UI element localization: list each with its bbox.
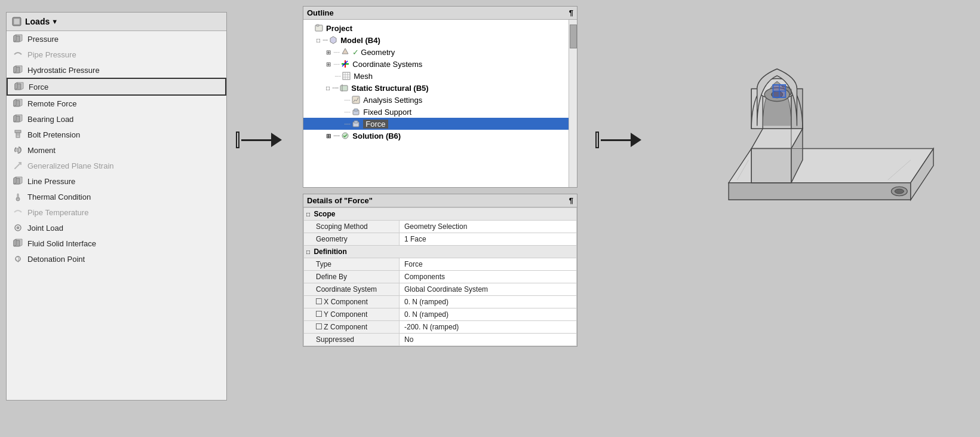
menu-item-fluid-solid-interface[interactable]: Fluid Solid Interface	[7, 236, 226, 251]
tree-item-static-structural[interactable]: □·····Static Structural (B5)	[303, 82, 569, 94]
details-value: Components	[400, 271, 577, 283]
moment-label: Moment	[27, 146, 56, 155]
static-structural-tree-label: Static Structural (B5)	[351, 84, 428, 93]
menu-item-generalized-plane-strain[interactable]: Generalized Plane Strain	[7, 158, 226, 173]
project-tree-label: Project	[326, 24, 352, 33]
tree-item-solution-b6[interactable]: ⊞·····Solution (B6)	[303, 130, 569, 142]
tree-toggle-model-b4[interactable]: □	[317, 37, 320, 44]
details-row: TypeForce	[304, 258, 577, 271]
svg-rect-47	[340, 85, 348, 91]
tree-item-analysis-settings[interactable]: ·····Analysis Settings	[303, 94, 569, 106]
detonation-point-label: Detonation Point	[27, 255, 85, 264]
tree-item-mesh[interactable]: ·····Mesh	[303, 70, 569, 82]
menu-item-joint-load[interactable]: Joint Load	[7, 220, 226, 236]
tree-item-fixed-support[interactable]: ·····Fixed Support	[303, 106, 569, 118]
loads-menu: PressurePipe PressureHydrostatic Pressur…	[7, 31, 226, 267]
left-arrow-bracket	[236, 132, 239, 148]
line-pressure-label: Line Pressure	[27, 177, 75, 186]
tree-toggle-geometry[interactable]: ⊞	[326, 49, 331, 56]
right-arrow-head	[631, 133, 641, 147]
remote-force-icon	[13, 98, 23, 109]
details-row: Geometry1 Face	[304, 233, 577, 246]
coordinate-systems-tree-label: Coordinate Systems	[352, 60, 422, 69]
svg-rect-27	[17, 194, 19, 198]
row-checkbox[interactable]	[316, 311, 322, 317]
section-toggle-definition[interactable]: □	[306, 249, 310, 255]
svg-marker-16	[14, 115, 16, 122]
details-row: SuppressedNo	[304, 334, 577, 346]
svg-rect-36	[317, 25, 319, 26]
tree-toggle-static-structural[interactable]: □	[326, 85, 330, 91]
details-row: Define ByComponents	[304, 271, 577, 283]
coordinate-systems-tree-icon	[340, 59, 350, 69]
fixed-support-tree-label: Fixed Support	[363, 108, 411, 117]
menu-item-pipe-pressure[interactable]: Pipe Pressure	[7, 47, 226, 62]
menu-item-bolt-pretension[interactable]: Bolt Pretension	[7, 127, 226, 142]
menu-item-remote-force[interactable]: Remote Force	[7, 96, 226, 111]
section-header-definition[interactable]: □ Definition	[304, 246, 577, 258]
tree-toggle-coordinate-systems[interactable]: ⊞	[326, 61, 331, 68]
left-arrow-shaft	[241, 139, 271, 141]
outline-tree-area: Project□····Model (B4)⊞·····✓Geometry⊞··…	[303, 20, 569, 187]
outline-tree: Project□····Model (B4)⊞·····✓Geometry⊞··…	[303, 20, 569, 187]
outline-pin[interactable]: ¶	[569, 8, 573, 17]
svg-marker-59	[729, 183, 911, 200]
section-header-scope[interactable]: □ Scope	[304, 208, 577, 221]
menu-item-moment[interactable]: Moment	[7, 142, 226, 158]
details-row: X Component0. N (ramped)	[304, 296, 577, 308]
menu-item-force[interactable]: Force	[7, 78, 226, 96]
model-b4-tree-icon	[328, 35, 338, 45]
loads-dropdown-arrow[interactable]: ▼	[51, 18, 58, 25]
details-row: Scoping MethodGeometry Selection	[304, 221, 577, 233]
svg-rect-1	[14, 19, 20, 25]
line-pressure-icon	[13, 176, 23, 187]
details-value: 0. N (ramped)	[400, 308, 577, 321]
fixed-support-tree-icon	[351, 107, 361, 117]
force-icon	[14, 81, 24, 92]
details-pin[interactable]: ¶	[569, 196, 573, 205]
thermal-condition-icon	[13, 191, 23, 202]
tree-item-project[interactable]: Project	[303, 22, 569, 34]
svg-marker-38	[342, 48, 348, 54]
bolt-pretension-icon	[13, 129, 23, 140]
svg-marker-7	[14, 66, 16, 73]
scrollbar-thumb[interactable]	[570, 25, 577, 48]
joint-load-icon	[13, 222, 23, 233]
menu-item-hydrostatic-pressure[interactable]: Hydrostatic Pressure	[7, 62, 226, 78]
menu-item-detonation-point[interactable]: ·)Detonation Point	[7, 251, 226, 267]
details-row: Z Component-200. N (ramped)	[304, 321, 577, 334]
outline-title: Outline	[307, 8, 334, 17]
svg-point-74	[895, 189, 904, 194]
fluid-solid-interface-icon	[13, 238, 23, 249]
generalized-plane-strain-icon	[13, 160, 23, 171]
outline-scrollbar[interactable]	[569, 20, 577, 187]
tree-item-model-b4[interactable]: □····Model (B4)	[303, 34, 569, 46]
model-3d	[665, 12, 963, 251]
details-value: 0. N (ramped)	[400, 296, 577, 308]
menu-item-pressure[interactable]: Pressure	[7, 31, 226, 47]
mesh-tree-icon	[342, 71, 351, 81]
tree-item-force-node[interactable]: ·····Force	[303, 118, 569, 130]
menu-item-bearing-load[interactable]: Bearing Load	[7, 111, 226, 127]
row-checkbox[interactable]	[316, 298, 322, 304]
pressure-label: Pressure	[27, 35, 59, 44]
right-arrow	[595, 132, 641, 148]
middle-section: Outline ¶ Project□····Model (B4)⊞·····✓G…	[303, 6, 589, 347]
hydrostatic-pressure-label: Hydrostatic Pressure	[27, 66, 100, 75]
tree-item-geometry[interactable]: ⊞·····✓Geometry	[303, 46, 569, 58]
geometry-tree-icon	[340, 47, 350, 57]
tree-item-coordinate-systems[interactable]: ⊞·····Coordinate Systems	[303, 58, 569, 70]
menu-item-pipe-temperature[interactable]: Pipe Temperature	[7, 204, 226, 220]
tree-toggle-solution-b6[interactable]: ⊞	[326, 133, 331, 139]
svg-rect-22	[17, 148, 19, 152]
svg-marker-10	[15, 82, 17, 90]
geometry-tree-label: Geometry	[361, 48, 395, 57]
menu-item-line-pressure[interactable]: Line Pressure	[7, 173, 226, 189]
moment-icon	[13, 145, 23, 155]
menu-item-thermal-condition[interactable]: Thermal Condition	[7, 189, 226, 204]
row-checkbox[interactable]	[316, 323, 322, 329]
right-arrow-container	[595, 132, 641, 148]
svg-rect-49	[352, 96, 360, 103]
section-toggle-scope[interactable]: □	[306, 211, 310, 218]
solution-b6-tree-icon	[340, 131, 350, 140]
